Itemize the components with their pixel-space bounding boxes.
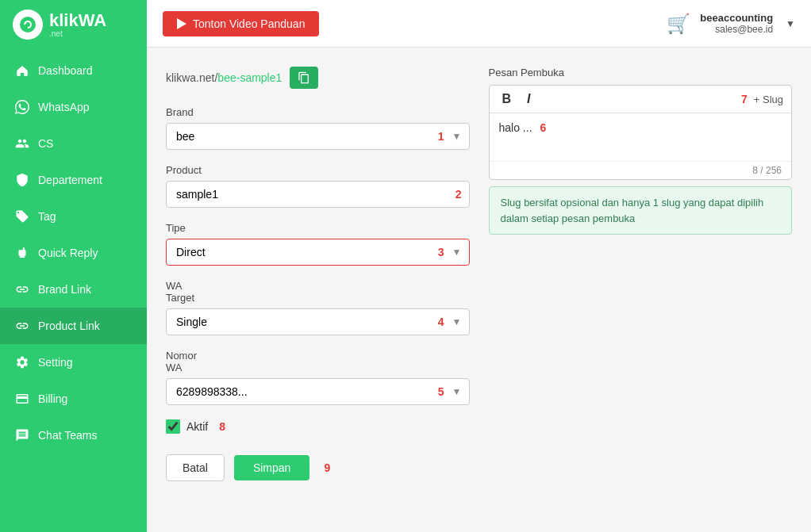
header: Tonton Video Panduan 🛒 beeaccounting sal…	[147, 0, 811, 48]
aktif-checkbox[interactable]	[166, 419, 180, 434]
brand-group: Brand bee ▼ 1	[166, 106, 470, 150]
form-grid: klikwa.net/bee-sample1 Brand bee ▼ 1	[166, 67, 792, 481]
product-input[interactable]	[166, 181, 470, 208]
copy-icon	[298, 71, 310, 84]
cancel-button[interactable]: Batal	[166, 454, 225, 481]
product-label: Product	[166, 164, 470, 176]
sidebar-item-dashboard[interactable]: Dashboard	[0, 52, 147, 89]
pesan-label: Pesan Pembuka	[489, 67, 793, 78]
wa-target-group: WA Target Single Multiple ▼ 4	[166, 280, 470, 335]
bold-button[interactable]: B	[498, 90, 517, 108]
tipe-label: Tipe	[166, 222, 470, 234]
sidebar-item-product-link[interactable]: Product Link	[0, 308, 147, 344]
nomor-wa-label: Nomor WA	[166, 350, 470, 373]
save-button[interactable]: Simpan	[234, 455, 309, 480]
page-content: klikwa.net/bee-sample1 Brand bee ▼ 1	[147, 48, 811, 532]
department-icon	[14, 172, 30, 188]
video-button[interactable]: Tonton Video Panduan	[163, 11, 319, 36]
sidebar-item-brand-link[interactable]: Brand Link	[0, 271, 147, 308]
wa-target-label: WA Target	[166, 280, 470, 304]
product-group: Product 2	[166, 164, 470, 208]
sidebar-nav: Dashboard WhatsApp CS Departement Tag	[0, 49, 147, 532]
slug-button[interactable]: + Slug	[754, 94, 783, 105]
sidebar-item-billing[interactable]: Billing	[0, 381, 147, 417]
sidebar: klikWA .net Dashboard WhatsApp CS	[0, 0, 147, 532]
svg-point-0	[20, 17, 36, 33]
pesan-step-badge: 7	[741, 93, 748, 105]
cart-icon[interactable]: 🛒	[667, 13, 690, 35]
wa-target-select[interactable]: Single Multiple	[166, 308, 470, 335]
logo: klikWA .net	[0, 0, 147, 49]
sidebar-item-tag[interactable]: Tag	[0, 198, 147, 235]
slug-info-box: Slug bersifat opsional dan hanya 1 slug …	[489, 186, 793, 235]
quick-reply-icon	[14, 245, 30, 261]
char-count: 8 / 256	[490, 161, 792, 179]
nomor-wa-group: Nomor WA 6289898338... ▼ 5	[166, 350, 470, 405]
url-row: klikwa.net/bee-sample1	[166, 67, 470, 89]
setting-icon	[14, 354, 30, 370]
aktif-row: Aktif 8	[166, 419, 470, 434]
simpan-step-badge: 9	[324, 461, 330, 474]
action-row: Batal Simpan 9	[166, 454, 470, 481]
user-name: beeaccounting	[700, 12, 773, 24]
italic-button[interactable]: I	[522, 90, 535, 108]
cs-icon	[14, 136, 30, 151]
main-content: Tonton Video Panduan 🛒 beeaccounting sal…	[147, 0, 811, 532]
aktif-step-badge: 8	[219, 420, 225, 433]
logo-icon	[13, 10, 43, 40]
chat-teams-icon	[14, 427, 30, 443]
product-link-icon	[14, 318, 30, 334]
sidebar-item-chat-teams[interactable]: Chat Teams	[0, 417, 147, 454]
sidebar-item-cs[interactable]: CS	[0, 125, 147, 162]
brand-link-icon	[14, 281, 30, 297]
sidebar-item-whatsapp[interactable]: WhatsApp	[0, 89, 147, 125]
svg-point-1	[25, 22, 26, 24]
user-email: sales@bee.id	[700, 24, 773, 35]
brand-select[interactable]: bee	[166, 123, 470, 150]
home-icon	[14, 63, 30, 78]
pesan-editor: B I 7 + Slug halo ... 6 8 / 256	[489, 85, 793, 180]
chevron-down-icon[interactable]: ▼	[786, 18, 795, 29]
user-info: beeaccounting sales@bee.id	[700, 12, 773, 35]
nomor-wa-select[interactable]: 6289898338...	[166, 378, 470, 405]
tipe-select[interactable]: Direct Rotasi Custom	[166, 239, 470, 266]
right-column: Pesan Pembuka B I 7 + Slug halo ... 6	[489, 67, 793, 481]
body-step-badge: 6	[540, 121, 546, 134]
whatsapp-icon	[14, 99, 30, 115]
editor-toolbar: B I 7 + Slug	[490, 86, 792, 113]
billing-icon	[14, 391, 30, 407]
brand-label: Brand	[166, 106, 470, 118]
pesan-section: Pesan Pembuka B I 7 + Slug halo ... 6	[489, 67, 793, 235]
sidebar-item-setting[interactable]: Setting	[0, 344, 147, 381]
tag-icon	[14, 209, 30, 224]
editor-body[interactable]: halo ... 6	[490, 113, 792, 161]
play-icon	[177, 18, 186, 29]
product-step-badge: 2	[455, 188, 462, 201]
url-text: klikwa.net/bee-sample1	[166, 71, 282, 84]
sidebar-item-departement[interactable]: Departement	[0, 162, 147, 198]
left-column: klikwa.net/bee-sample1 Brand bee ▼ 1	[166, 67, 470, 481]
sidebar-item-quick-reply[interactable]: Quick Reply	[0, 235, 147, 271]
aktif-label: Aktif	[186, 420, 208, 433]
copy-url-button[interactable]	[290, 67, 318, 89]
tipe-group: Tipe Direct Rotasi Custom ▼ 3	[166, 222, 470, 266]
